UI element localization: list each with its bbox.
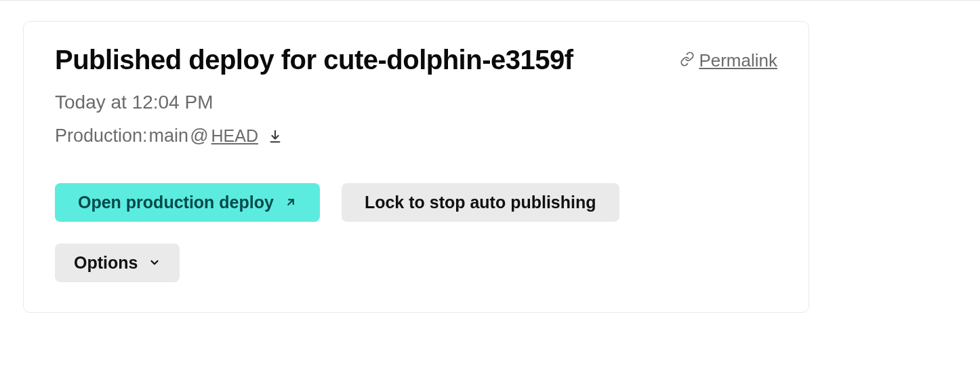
download-icon[interactable] <box>268 129 283 144</box>
link-icon <box>680 50 695 71</box>
deploy-context: Production: main@HEAD <box>55 125 777 147</box>
external-link-icon <box>285 193 297 212</box>
card-header: Published deploy for cute-dolphin-e3159f… <box>55 45 777 75</box>
at-symbol: @ <box>190 125 208 147</box>
deploy-card: Published deploy for cute-dolphin-e3159f… <box>23 21 809 313</box>
permalink-label: Permalink <box>699 50 777 71</box>
lock-label: Lock to stop auto publishing <box>365 193 596 212</box>
action-buttons: Open production deploy Lock to stop auto… <box>55 183 777 222</box>
git-ref-link[interactable]: HEAD <box>211 126 258 146</box>
permalink-link[interactable]: Permalink <box>680 50 777 71</box>
options-button[interactable]: Options <box>55 244 180 282</box>
options-label: Options <box>74 253 138 273</box>
context-label: Production: <box>55 125 148 147</box>
lock-auto-publishing-button[interactable]: Lock to stop auto publishing <box>342 183 619 222</box>
deploy-title: Published deploy for cute-dolphin-e3159f <box>55 45 573 75</box>
deploy-timestamp: Today at 12:04 PM <box>55 92 777 113</box>
chevron-down-icon <box>148 253 161 273</box>
open-deploy-label: Open production deploy <box>78 193 274 212</box>
branch-name: main <box>149 125 189 147</box>
open-production-deploy-button[interactable]: Open production deploy <box>55 183 320 222</box>
